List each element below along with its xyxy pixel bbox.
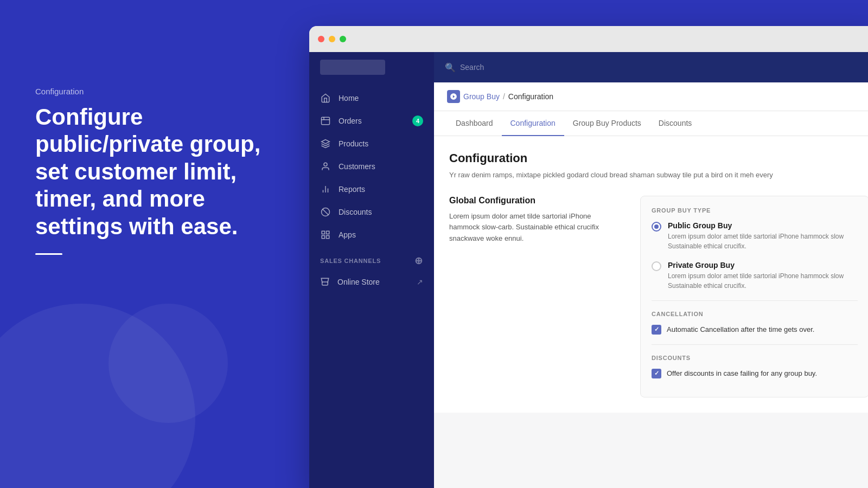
breadcrumb-current: Configuration — [508, 92, 553, 101]
sidebar-label-discounts: Discounts — [339, 208, 372, 216]
radio-private-label: Private Group Buy — [668, 261, 858, 269]
radio-private[interactable] — [652, 261, 661, 271]
sales-channels-label: SALES CHANNELS — [320, 258, 381, 264]
left-underline — [35, 253, 62, 255]
app-icon — [447, 90, 460, 103]
discounts-checkbox-row[interactable]: ✓ Offer discounts in case failing for an… — [652, 369, 858, 378]
content-area: Group Buy / Configuration Dashboard Conf… — [434, 82, 868, 488]
radio-private-desc: Lorem ipsum dolor amet tilde sartorial i… — [668, 271, 858, 291]
page-description: Yr raw denim ramps, mixtape pickled goda… — [449, 170, 868, 181]
sidebar-item-reports[interactable]: Reports — [309, 178, 434, 201]
radio-public-desc: Lorem ipsum dolor amet tilde sartorial i… — [668, 232, 858, 251]
svg-rect-10 — [322, 231, 324, 234]
products-icon — [320, 138, 331, 149]
sidebar-nav: Home Orders 4 — [309, 82, 434, 488]
left-content: Configuration Configure public/private g… — [35, 87, 263, 255]
sidebar-label-products: Products — [339, 139, 368, 148]
svg-rect-12 — [322, 236, 324, 239]
customers-icon — [320, 161, 331, 172]
svg-rect-13 — [327, 236, 329, 239]
sidebar-item-orders[interactable]: Orders 4 — [309, 110, 434, 132]
config-panel: GROUP BUY TYPE Public Group Buy Lorem ip… — [640, 196, 868, 397]
svg-point-4 — [324, 163, 327, 166]
search-placeholder: Search — [460, 63, 484, 72]
sales-channels-section: SALES CHANNELS ⊕ — [309, 246, 434, 271]
svg-rect-0 — [322, 117, 330, 125]
global-config-title: Global Configuration — [449, 196, 623, 206]
radio-public-label: Public Group Buy — [668, 221, 858, 230]
tab-discounts[interactable]: Discounts — [650, 111, 700, 136]
sidebar-label-orders: Orders — [339, 117, 362, 125]
browser-dot-red[interactable] — [318, 36, 324, 42]
tabs-bar: Dashboard Configuration Group Buy Produc… — [434, 111, 868, 136]
sidebar: Home Orders 4 — [309, 52, 434, 488]
store-icon — [320, 277, 330, 287]
sidebar-label-customers: Customers — [339, 162, 375, 171]
home-icon — [320, 93, 331, 104]
sidebar-item-online-store[interactable]: Online Store ↗ — [309, 271, 434, 293]
config-layout: Global Configuration Lorem ipsum dolor a… — [449, 196, 868, 397]
cancellation-label: CANCELLATION — [652, 311, 858, 317]
svg-rect-11 — [327, 231, 329, 234]
external-link-icon[interactable]: ↗ — [417, 278, 423, 286]
check-icon: ✓ — [654, 326, 659, 333]
reports-icon — [320, 184, 331, 195]
discounts-icon — [320, 207, 331, 217]
global-config-description: Lorem ipsum dolor amet tilde sartorial i… — [449, 211, 623, 245]
search-icon: 🔍 — [445, 62, 456, 73]
breadcrumb-app-name: Group Buy — [463, 92, 500, 101]
breadcrumb-separator: / — [503, 92, 505, 101]
sidebar-item-apps[interactable]: Apps — [309, 223, 434, 246]
decorative-circle-medium — [108, 304, 228, 423]
cancellation-checkbox-label: Automatic Cancellation after the time ge… — [667, 325, 814, 333]
discounts-checkbox-label: Offer discounts in case failing for any … — [667, 369, 817, 377]
discounts-section-label: DISCOUNTS — [652, 355, 858, 361]
sidebar-label-home: Home — [339, 94, 359, 102]
add-sales-channel-icon[interactable]: ⊕ — [414, 255, 423, 267]
orders-icon — [320, 115, 331, 126]
svg-marker-3 — [322, 140, 330, 144]
group-buy-type-label: GROUP BUY TYPE — [652, 207, 858, 214]
svg-line-9 — [323, 209, 329, 215]
sidebar-logo — [309, 52, 434, 82]
radio-private-content: Private Group Buy Lorem ipsum dolor amet… — [668, 261, 858, 291]
sidebar-item-home[interactable]: Home — [309, 87, 434, 110]
main-content: 🔍 Search Group Buy / Configuration — [434, 52, 868, 488]
browser-dot-yellow[interactable] — [329, 36, 335, 42]
page-content: Configuration Yr raw denim ramps, mixtap… — [434, 136, 868, 413]
sidebar-label-apps: Apps — [339, 230, 356, 239]
tab-group-buy-products[interactable]: Group Buy Products — [564, 111, 650, 136]
sidebar-label-online-store: Online Store — [337, 278, 380, 286]
discounts-check-icon: ✓ — [654, 370, 659, 377]
orders-badge: 4 — [412, 115, 423, 126]
logo — [320, 60, 385, 75]
config-right: GROUP BUY TYPE Public Group Buy Lorem ip… — [640, 196, 868, 397]
discounts-checkbox[interactable]: ✓ — [652, 369, 661, 378]
left-subtitle: Configuration — [35, 87, 263, 96]
divider-2 — [652, 344, 858, 345]
radio-option-private[interactable]: Private Group Buy Lorem ipsum dolor amet… — [652, 261, 858, 291]
radio-public[interactable] — [652, 222, 661, 232]
left-main-title: Configure public/private group, set cust… — [35, 104, 263, 240]
config-left: Global Configuration Lorem ipsum dolor a… — [449, 196, 623, 397]
browser-dot-green[interactable] — [340, 36, 346, 42]
apps-icon — [320, 229, 331, 240]
sidebar-item-products[interactable]: Products — [309, 132, 434, 155]
tab-configuration[interactable]: Configuration — [502, 111, 564, 136]
cancellation-checkbox-row[interactable]: ✓ Automatic Cancellation after the time … — [652, 325, 858, 335]
top-bar: 🔍 Search — [434, 52, 868, 82]
search-bar[interactable]: 🔍 Search — [445, 62, 484, 73]
radio-option-public[interactable]: Public Group Buy Lorem ipsum dolor amet … — [652, 221, 858, 251]
radio-public-content: Public Group Buy Lorem ipsum dolor amet … — [668, 221, 858, 251]
tab-dashboard[interactable]: Dashboard — [447, 111, 502, 136]
cancellation-checkbox[interactable]: ✓ — [652, 325, 661, 335]
sidebar-item-discounts[interactable]: Discounts — [309, 201, 434, 223]
page-title: Configuration — [449, 151, 868, 165]
browser-window: Home Orders 4 — [309, 26, 868, 488]
sidebar-label-reports: Reports — [339, 185, 365, 194]
sidebar-item-customers[interactable]: Customers — [309, 155, 434, 178]
browser-chrome — [309, 26, 868, 52]
divider-1 — [652, 300, 858, 301]
breadcrumb: Group Buy / Configuration — [434, 82, 868, 111]
app-layout: Home Orders 4 — [309, 52, 868, 488]
